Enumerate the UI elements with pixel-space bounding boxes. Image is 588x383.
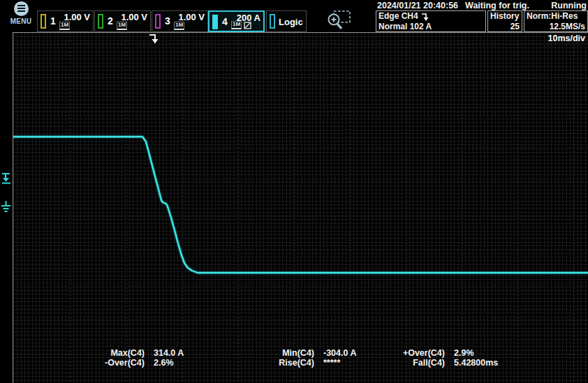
history-count: 25 <box>490 22 520 32</box>
channel-2-color-bar <box>98 14 103 29</box>
waveform-svg <box>13 33 588 383</box>
measurement-row: Rise(C4) ***** <box>247 358 356 368</box>
sample-rate: 12.5MS/s <box>527 22 585 32</box>
history-label: History <box>490 11 520 22</box>
channel-3-box[interactable]: 3 1.00 V 1M <box>152 10 208 32</box>
trigger-mode: Edge CH4 <box>378 11 418 22</box>
measurement-row: -Over(C4) 2.6% <box>77 358 184 368</box>
channel-3-color-bar <box>155 14 161 29</box>
acquisition-box[interactable]: Norm:Hi-Res 12.5MS/s <box>524 10 588 32</box>
channel-1-number: 1 <box>50 15 56 27</box>
impedance-1m-icon: 1M <box>174 22 184 30</box>
impedance-1m-icon: 1M <box>231 21 242 29</box>
datetime: 2024/01/21 20:40:56 <box>377 1 458 10</box>
magnifier-icon <box>325 9 352 31</box>
status-row: 2024/01/21 20:40:56 Waiting for trig. Ru… <box>377 1 587 10</box>
channel-3-number: 3 <box>165 15 170 27</box>
trigger-settings-box[interactable]: Edge CH4 Normal 102 A <box>376 10 486 32</box>
channel-2-number: 2 <box>108 15 113 27</box>
trigger-level: Normal 102 A <box>378 22 483 32</box>
menu-button[interactable]: MENU <box>7 1 35 31</box>
channel-1-box[interactable]: 1 1.00 V 1M <box>37 10 94 32</box>
channel-2-scale: 1.00 V <box>121 12 147 22</box>
measurement-column-2: Min(C4) -304.0 A Rise(C4) ***** <box>247 348 356 368</box>
channel-1-color-bar <box>41 14 46 29</box>
logic-box[interactable]: Logic <box>266 10 307 32</box>
measurement-row: Max(C4) 314.0 A <box>77 348 184 358</box>
menu-button-label: MENU <box>7 17 35 25</box>
channel-3-scale: 1.00 V <box>178 12 205 22</box>
logic-color-bar <box>270 14 275 29</box>
history-box[interactable]: History 25 <box>487 10 522 32</box>
zoom-search-button[interactable] <box>325 9 352 31</box>
current-probe-icon <box>244 22 251 29</box>
run-status: Running <box>551 1 587 10</box>
measurement-row: +Over(C4) 2.9% <box>377 348 498 358</box>
waveform-display-area[interactable] <box>13 33 588 383</box>
impedance-1m-icon: 1M <box>59 22 70 30</box>
trigger-status: Waiting for trig. <box>465 1 529 10</box>
channel-4-number: 4 <box>222 16 228 27</box>
acquisition-mode: Norm:Hi-Res <box>527 11 585 22</box>
measurement-row: Min(C4) -304.0 A <box>247 348 356 358</box>
left-marker-gutter <box>0 172 13 215</box>
logic-label: Logic <box>279 17 303 27</box>
ground-level-marker[interactable] <box>1 201 10 211</box>
measurement-column-3: +Over(C4) 2.9% Fall(C4) 5.42800ms <box>377 348 498 368</box>
timebase-readout: 10ms/div <box>547 33 585 43</box>
falling-edge-icon <box>421 12 429 21</box>
impedance-1m-icon: 1M <box>117 22 127 30</box>
channel-1-scale: 1.00 V <box>64 12 90 22</box>
channel-4-color-bar <box>212 15 218 29</box>
menu-icon <box>14 1 29 16</box>
measurement-row: Fall(C4) 5.42800ms <box>377 358 498 368</box>
measurement-column-1: Max(C4) 314.0 A -Over(C4) 2.6% <box>77 348 184 368</box>
channel-2-box[interactable]: 2 1.00 V 1M <box>94 10 151 32</box>
trigger-level-marker[interactable] <box>2 174 10 183</box>
channel-4-box[interactable]: 4 200 A 1M <box>208 10 265 32</box>
trigger-position-marker[interactable] <box>148 33 161 45</box>
oscilloscope-screen: MENU 1 1.00 V 1M 2 1.00 V 1M 3 1.00 V 1M… <box>0 0 588 383</box>
